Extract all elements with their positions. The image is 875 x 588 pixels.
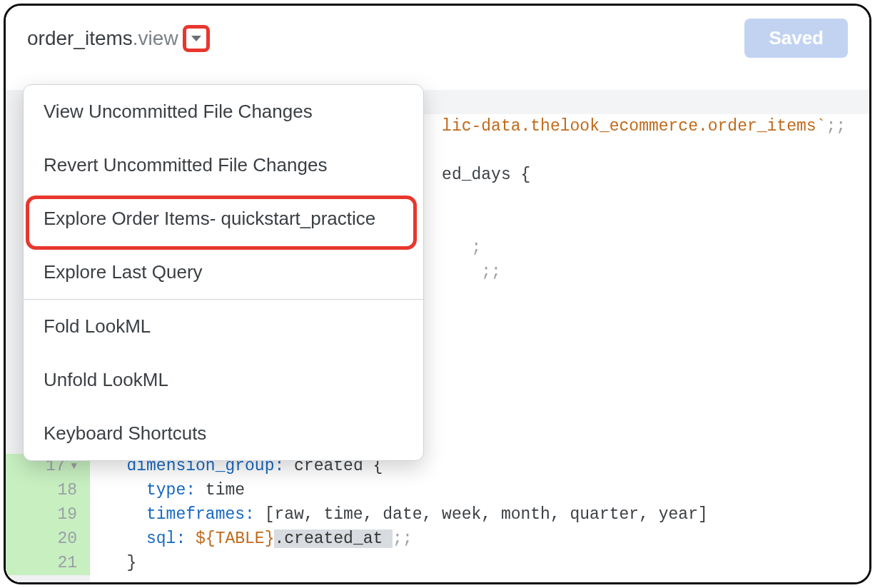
- menu-explore-last-query[interactable]: Explore Last Query: [24, 245, 423, 299]
- top-bar: order_items.view Saved: [6, 6, 869, 71]
- code-line: }: [90, 551, 869, 575]
- menu-explore-order-items[interactable]: Explore Order Items- quickstart_practice: [24, 192, 423, 245]
- line-number: 20: [57, 527, 77, 551]
- code-line: type: time: [90, 478, 869, 502]
- line-number: 18: [57, 478, 77, 502]
- code-line: timeframes: [raw, time, date, week, mont…: [90, 502, 869, 527]
- menu-revert-uncommitted[interactable]: Revert Uncommitted File Changes: [24, 138, 423, 192]
- line-number: 19: [57, 502, 77, 527]
- filename-ext: .view: [133, 27, 178, 49]
- menu-view-uncommitted[interactable]: View Uncommitted File Changes: [24, 85, 423, 138]
- file-menu-trigger[interactable]: [183, 25, 210, 52]
- filename-base: order_items: [27, 27, 133, 49]
- saved-button[interactable]: Saved: [744, 19, 848, 58]
- app-window: order_items.view Saved 17▼ 18: [4, 4, 871, 584]
- menu-unfold-lookml[interactable]: Unfold LookML: [24, 353, 423, 407]
- file-tab[interactable]: order_items.view: [27, 25, 210, 52]
- code-line: sql: ${TABLE}.created_at ;;: [90, 527, 869, 551]
- file-name: order_items.view: [27, 27, 178, 50]
- menu-fold-lookml[interactable]: Fold LookML: [24, 300, 423, 353]
- menu-keyboard-shortcuts[interactable]: Keyboard Shortcuts: [24, 407, 423, 460]
- chevron-down-icon: [191, 36, 201, 41]
- line-number: 21: [57, 551, 77, 575]
- file-dropdown-menu: View Uncommitted File Changes Revert Unc…: [23, 84, 424, 461]
